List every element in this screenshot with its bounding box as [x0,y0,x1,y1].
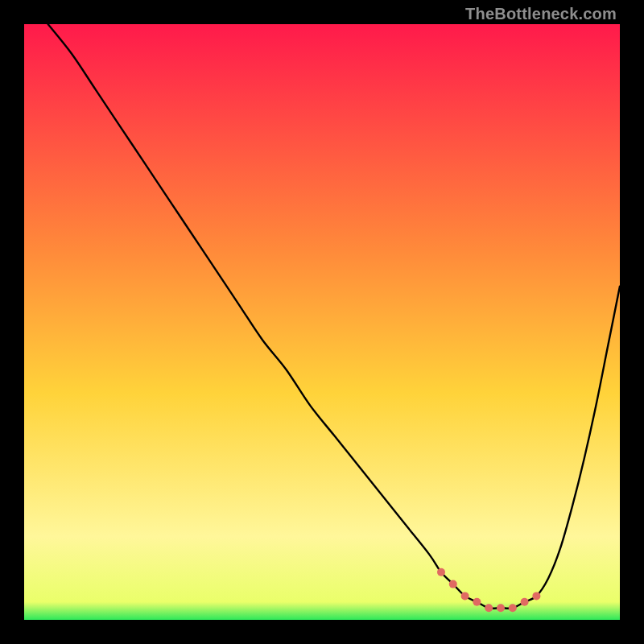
optimal-marker [449,580,457,588]
optimal-marker [473,598,481,606]
optimal-marker [532,592,540,600]
gradient-background [24,24,620,620]
optimal-marker [509,604,517,612]
plot-area [24,24,620,620]
attribution-label: TheBottleneck.com [465,5,617,23]
optimal-marker [521,598,529,606]
bottleneck-chart [24,24,620,620]
chart-stage: TheBottleneck.com [0,0,644,644]
optimal-marker [461,592,469,600]
optimal-marker [437,568,445,576]
optimal-marker [485,604,493,612]
optimal-marker [497,604,505,612]
